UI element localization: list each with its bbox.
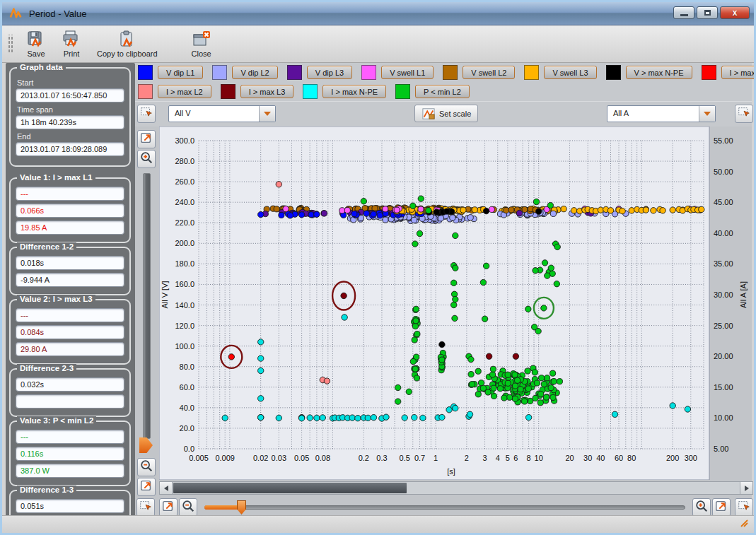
- data-point: [298, 212, 304, 218]
- v-axis-combo[interactable]: All V: [168, 105, 276, 122]
- save-button[interactable]: Save: [23, 29, 49, 59]
- data-point: [361, 199, 366, 204]
- data-point: [460, 207, 466, 213]
- value-field: 387.0 W: [16, 464, 124, 478]
- data-point: [402, 415, 407, 421]
- zoom-out-x-button[interactable]: [179, 498, 197, 517]
- data-point: [412, 241, 418, 247]
- value-field: 0.084s: [16, 325, 124, 339]
- svg-text:0.009: 0.009: [215, 454, 235, 462]
- legend-label-button[interactable]: P < min L2: [415, 85, 470, 98]
- svg-text:300: 300: [685, 454, 697, 462]
- select-region-button-right[interactable]: [735, 498, 753, 517]
- legend-label-button[interactable]: V swell L1: [381, 66, 434, 79]
- scroll-right-button[interactable]: [740, 482, 752, 494]
- a-axis-combo[interactable]: All A: [607, 105, 716, 122]
- combo-drop-button[interactable]: [699, 106, 715, 122]
- data-point: [525, 306, 531, 312]
- svg-text:8: 8: [527, 454, 531, 462]
- minimize-button[interactable]: [673, 6, 694, 19]
- print-label: Print: [64, 49, 80, 58]
- maximize-button[interactable]: [697, 6, 718, 19]
- toolbar-grip[interactable]: [8, 35, 13, 53]
- zoom-in-x-button[interactable]: [692, 498, 711, 517]
- legend-label-button[interactable]: V dip L1: [158, 66, 203, 79]
- svg-text:180.0: 180.0: [175, 259, 194, 268]
- legend-label-button[interactable]: I > max L3: [240, 85, 294, 98]
- resize-grip[interactable]: [739, 517, 748, 530]
- data-point: [258, 211, 264, 217]
- legend-item: V swell L1: [361, 65, 434, 80]
- data-point: [383, 206, 388, 212]
- group-title: Difference 2-3: [17, 364, 76, 372]
- group-title: Difference 1-2: [17, 242, 76, 251]
- data-point: [453, 233, 458, 238]
- data-point: [410, 203, 416, 208]
- legend-label-button[interactable]: V > max N-PE: [626, 66, 692, 79]
- set-scale-button[interactable]: Set scale: [414, 105, 478, 122]
- edit-arrow-icon: [139, 131, 153, 148]
- data-point: [670, 403, 675, 408]
- value-field: 0.066s: [16, 204, 124, 218]
- edit-x-scale-button[interactable]: [159, 498, 178, 517]
- x-zoom-slider-track[interactable]: [204, 505, 685, 510]
- data-point: [371, 415, 376, 421]
- select-v-series-button[interactable]: [137, 105, 156, 123]
- select-region-button-left[interactable]: [136, 498, 155, 517]
- copy-to-clipboard-button[interactable]: Copy to clipboard: [94, 29, 161, 59]
- data-point: [351, 211, 357, 217]
- legend-label-button[interactable]: I > max L1: [721, 66, 756, 79]
- data-point: [561, 206, 566, 212]
- group-title: Value 2: I > max L3: [17, 295, 95, 303]
- edit-v-scale-button[interactable]: [137, 130, 156, 148]
- triangle-left-icon: [164, 486, 168, 491]
- data-point: [482, 316, 487, 322]
- data-point: [222, 415, 228, 421]
- data-point: [468, 372, 474, 377]
- save-label: Save: [27, 49, 45, 58]
- scatter-chart[interactable]: 0.020.040.060.080.0100.0120.0140.0160.01…: [159, 127, 753, 480]
- magnifier-minus-icon: [181, 499, 195, 516]
- legend-label-button[interactable]: V dip L2: [232, 66, 277, 79]
- scroll-left-button[interactable]: [160, 482, 173, 494]
- zoom-out-v-button[interactable]: [137, 458, 156, 476]
- data-point: [365, 415, 371, 421]
- group-title: Value 1: I > max L1: [17, 173, 95, 182]
- data-point: [258, 339, 264, 345]
- value-field: 0.051s: [16, 499, 124, 513]
- data-point: [550, 211, 556, 216]
- select-a-series-button[interactable]: [735, 105, 753, 123]
- legend-label-button[interactable]: V dip L3: [307, 66, 352, 79]
- combo-drop-button[interactable]: [259, 106, 275, 122]
- legend-item: V > max N-PE: [606, 65, 692, 80]
- data-point: [525, 386, 531, 392]
- legend-item: V dip L2: [212, 65, 277, 80]
- close-view-button[interactable]: Close: [189, 29, 214, 59]
- legend-label-button[interactable]: V swell L2: [463, 66, 515, 79]
- svg-text:0.5: 0.5: [400, 454, 410, 462]
- legend-color-swatch: [606, 65, 621, 80]
- data-point: [470, 382, 475, 387]
- scrollbar-track[interactable]: [173, 482, 740, 494]
- legend-label-button[interactable]: I > max L2: [158, 85, 211, 98]
- data-point: [541, 305, 547, 311]
- data-point: [513, 353, 518, 359]
- horizontal-scrollbar[interactable]: [159, 481, 753, 495]
- close-window-button[interactable]: x: [720, 6, 750, 19]
- vertical-zoom-slider-track[interactable]: [143, 173, 151, 439]
- data-point: [548, 385, 554, 391]
- data-point: [643, 207, 649, 213]
- legend-label-button[interactable]: V swell L3: [544, 66, 596, 79]
- edit-v-scale-button-2[interactable]: [137, 478, 156, 496]
- legend-color-swatch: [702, 65, 716, 80]
- plot-area[interactable]: [159, 127, 709, 480]
- print-button[interactable]: Print: [59, 29, 84, 59]
- copy-label: Copy to clipboard: [97, 49, 158, 58]
- scrollbar-thumb[interactable]: [173, 483, 407, 493]
- legend-label-button[interactable]: I > max N-PE: [322, 85, 386, 98]
- svg-text:1: 1: [434, 454, 438, 462]
- magnifier-minus-icon: [139, 459, 153, 476]
- data-point: [554, 281, 559, 287]
- edit-x-scale-button-2[interactable]: [712, 498, 731, 517]
- zoom-in-v-button[interactable]: [137, 150, 156, 168]
